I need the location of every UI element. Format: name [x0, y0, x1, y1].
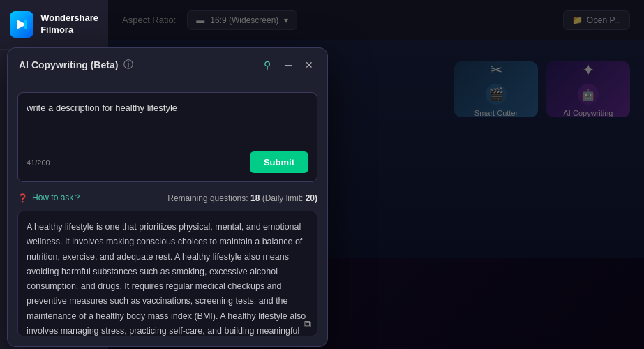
prompt-input-text[interactable]: write a description for healthy lifestyl… [27, 101, 308, 143]
svg-rect-1 [24, 20, 27, 29]
pin-icon[interactable]: ⚲ [260, 58, 274, 72]
result-text: A healthy lifestyle is one that prioriti… [27, 220, 308, 336]
remaining-questions: Remaining questions: 18 (Daily limit: 20… [167, 193, 317, 203]
logo-icon [10, 11, 33, 38]
input-footer: 41/200 Submit [27, 151, 308, 173]
prompt-input-area: write a description for healthy lifestyl… [17, 92, 317, 182]
question-icon: ❓ [17, 193, 28, 203]
info-icon[interactable]: ⓘ [123, 59, 133, 71]
ai-copywriting-modal: AI Copywriting (Beta) ⓘ ⚲ ─ ✕ write a de… [7, 47, 328, 347]
modal-header: AI Copywriting (Beta) ⓘ ⚲ ─ ✕ [8, 48, 327, 82]
char-count: 41/200 [27, 158, 50, 167]
app-logo: Wondershare Filmora [0, 0, 108, 50]
modal-body: write a description for healthy lifestyl… [8, 82, 327, 346]
how-to-ask-text: How to ask？ [32, 192, 82, 204]
minimize-icon[interactable]: ─ [281, 58, 295, 72]
how-to-ask-link[interactable]: ❓ How to ask？ [17, 192, 82, 204]
modal-title: AI Copywriting (Beta) [19, 59, 118, 70]
copy-icon[interactable]: ⧉ [304, 318, 311, 330]
result-area: A healthy lifestyle is one that prioriti… [17, 211, 317, 336]
close-icon[interactable]: ✕ [302, 58, 316, 72]
help-row: ❓ How to ask？ Remaining questions: 18 (D… [17, 189, 317, 211]
logo-text: Wondershare Filmora [40, 13, 98, 36]
modal-header-actions: ⚲ ─ ✕ [260, 58, 316, 72]
submit-button[interactable]: Submit [250, 151, 308, 173]
